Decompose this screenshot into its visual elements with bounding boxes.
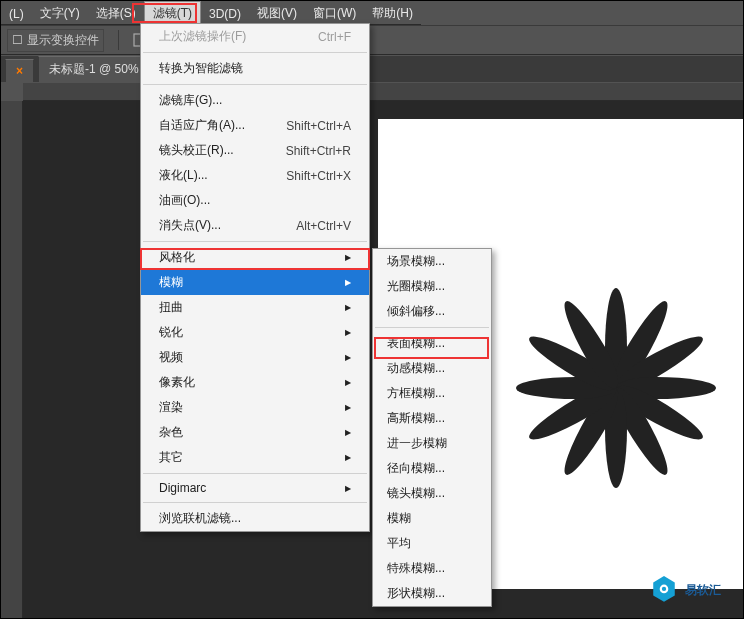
menu-label: 镜头模糊...: [387, 485, 445, 502]
menu-convert-smart[interactable]: 转换为智能滤镜: [141, 56, 369, 81]
svg-point-9: [662, 587, 666, 591]
menu-label: 模糊: [387, 510, 411, 527]
menu-label: 模糊: [159, 274, 183, 291]
menu-label: 方框模糊...: [387, 385, 445, 402]
menu-other[interactable]: 其它: [141, 445, 369, 470]
menubar-item-3d[interactable]: 3D(D): [201, 4, 249, 24]
menu-noise[interactable]: 杂色: [141, 420, 369, 445]
menu-render[interactable]: 渲染: [141, 395, 369, 420]
menu-distort[interactable]: 扭曲: [141, 295, 369, 320]
menu-label: 特殊模糊...: [387, 560, 445, 577]
menu-shortcut: Shift+Ctrl+X: [286, 169, 351, 183]
menu-label: Digimarc: [159, 481, 206, 495]
close-icon[interactable]: ×: [16, 64, 23, 78]
menu-label: 油画(O)...: [159, 192, 210, 209]
show-transform-controls[interactable]: ☐ 显示变换控件: [7, 29, 104, 52]
menu-separator: [143, 52, 367, 53]
menu-separator: [143, 502, 367, 503]
tab-label: 未标题-1 @ 50%: [49, 61, 139, 78]
menu-stylize[interactable]: 风格化: [141, 245, 369, 270]
submenu-gaussian-blur[interactable]: 高斯模糊...: [373, 406, 491, 431]
menu-sharpen[interactable]: 锐化: [141, 320, 369, 345]
blur-submenu: 场景模糊... 光圈模糊... 倾斜偏移... 表面模糊... 动感模糊... …: [372, 248, 492, 607]
menu-lens-correct[interactable]: 镜头校正(R)...Shift+Ctrl+R: [141, 138, 369, 163]
menu-video[interactable]: 视频: [141, 345, 369, 370]
menubar-item-window[interactable]: 窗口(W): [305, 2, 364, 25]
menubar-item-view[interactable]: 视图(V): [249, 2, 305, 25]
menu-label: 其它: [159, 449, 183, 466]
menu-label: 消失点(V)...: [159, 217, 221, 234]
submenu-lens-blur[interactable]: 镜头模糊...: [373, 481, 491, 506]
menu-filter-gallery[interactable]: 滤镜库(G)...: [141, 88, 369, 113]
ruler-vertical: [1, 101, 23, 619]
menu-label: 高斯模糊...: [387, 410, 445, 427]
watermark: 易软汇: [651, 576, 721, 604]
flower-shape: [511, 283, 721, 493]
menu-browse-online[interactable]: 浏览联机滤镜...: [141, 506, 369, 531]
menu-label: 滤镜库(G)...: [159, 92, 222, 109]
submenu-radial-blur[interactable]: 径向模糊...: [373, 456, 491, 481]
submenu-box-blur[interactable]: 方框模糊...: [373, 381, 491, 406]
menu-label: 浏览联机滤镜...: [159, 510, 241, 527]
menu-label: 平均: [387, 535, 411, 552]
menu-label: 表面模糊...: [387, 335, 445, 352]
menu-shortcut: Ctrl+F: [318, 30, 351, 44]
menu-label: 倾斜偏移...: [387, 303, 445, 320]
menu-label: 视频: [159, 349, 183, 366]
menu-shortcut: Alt+Ctrl+V: [296, 219, 351, 233]
menu-adaptive-wide[interactable]: 自适应广角(A)...Shift+Ctrl+A: [141, 113, 369, 138]
menu-label: 像素化: [159, 374, 195, 391]
document-tabs: × 未标题-1 @ 50% ×: [1, 56, 744, 82]
menu-label: 杂色: [159, 424, 183, 441]
menu-shortcut: Shift+Ctrl+R: [286, 144, 351, 158]
separator: [118, 30, 119, 50]
menu-oil-paint[interactable]: 油画(O)...: [141, 188, 369, 213]
menu-label: 形状模糊...: [387, 585, 445, 602]
menu-separator: [143, 473, 367, 474]
menu-label: 上次滤镜操作(F): [159, 28, 246, 45]
menu-separator: [375, 327, 489, 328]
menu-separator: [143, 241, 367, 242]
menu-vanishing-point[interactable]: 消失点(V)...Alt+Ctrl+V: [141, 213, 369, 238]
submenu-blur-more[interactable]: 进一步模糊: [373, 431, 491, 456]
menubar-item-l[interactable]: (L): [1, 4, 32, 24]
menu-label: 径向模糊...: [387, 460, 445, 477]
transform-label: 显示变换控件: [27, 32, 99, 49]
submenu-motion-blur[interactable]: 动感模糊...: [373, 356, 491, 381]
menubar-item-text[interactable]: 文字(Y): [32, 2, 88, 25]
menu-label: 光圈模糊...: [387, 278, 445, 295]
submenu-shape-blur[interactable]: 形状模糊...: [373, 581, 491, 606]
submenu-smart-blur[interactable]: 特殊模糊...: [373, 556, 491, 581]
menubar-item-help[interactable]: 帮助(H): [364, 2, 421, 25]
submenu-iris-blur[interactable]: 光圈模糊...: [373, 274, 491, 299]
menu-digimarc[interactable]: Digimarc: [141, 477, 369, 499]
submenu-surface-blur[interactable]: 表面模糊...: [373, 331, 491, 356]
menu-label: 风格化: [159, 249, 195, 266]
menu-blur[interactable]: 模糊: [141, 270, 369, 295]
submenu-tilt-shift[interactable]: 倾斜偏移...: [373, 299, 491, 324]
menu-separator: [143, 84, 367, 85]
menu-label: 液化(L)...: [159, 167, 208, 184]
menu-label: 进一步模糊: [387, 435, 447, 452]
menu-label: 锐化: [159, 324, 183, 341]
watermark-text: 易软汇: [685, 582, 721, 599]
menu-pixelate[interactable]: 像素化: [141, 370, 369, 395]
menu-liquify[interactable]: 液化(L)...Shift+Ctrl+X: [141, 163, 369, 188]
submenu-blur[interactable]: 模糊: [373, 506, 491, 531]
menubar: (L) 文字(Y) 选择(S) 滤镜(T) 3D(D) 视图(V) 窗口(W) …: [1, 3, 421, 25]
submenu-field-blur[interactable]: 场景模糊...: [373, 249, 491, 274]
filter-menu: 上次滤镜操作(F) Ctrl+F 转换为智能滤镜 滤镜库(G)... 自适应广角…: [140, 23, 370, 532]
options-bar: ☐ 显示变换控件 3D 模式:: [1, 25, 744, 55]
menu-shortcut: Shift+Ctrl+A: [286, 119, 351, 133]
menu-label: 渲染: [159, 399, 183, 416]
menubar-item-select[interactable]: 选择(S): [88, 2, 144, 25]
menu-label: 镜头校正(R)...: [159, 142, 234, 159]
menu-label: 动感模糊...: [387, 360, 445, 377]
menu-last-filter: 上次滤镜操作(F) Ctrl+F: [141, 24, 369, 49]
menu-label: 场景模糊...: [387, 253, 445, 270]
ruler-horizontal: [23, 83, 744, 101]
menu-label: 扭曲: [159, 299, 183, 316]
document-tab-1[interactable]: ×: [5, 59, 34, 82]
submenu-average[interactable]: 平均: [373, 531, 491, 556]
checkbox-icon: ☐: [12, 33, 23, 47]
